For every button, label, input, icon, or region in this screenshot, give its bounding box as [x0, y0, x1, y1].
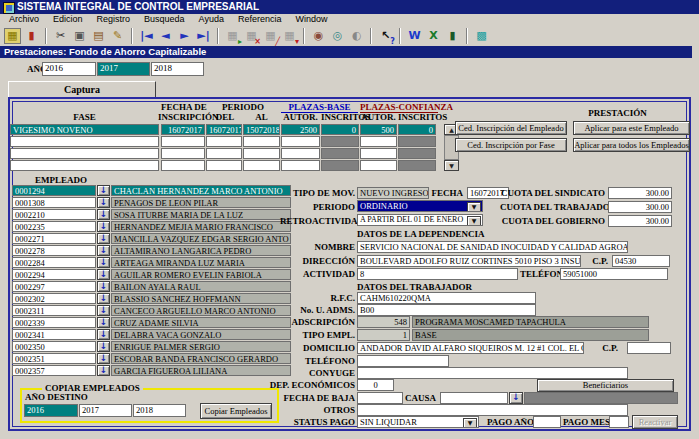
delete-record-icon[interactable]: ▦×: [243, 28, 260, 44]
employee-select-icon[interactable]: ↓: [97, 317, 110, 328]
periodo-combobox[interactable]: ORDINARIO ▼: [357, 200, 483, 212]
paste-icon[interactable]: ▤: [90, 28, 107, 44]
year-2018[interactable]: 2018: [151, 62, 204, 76]
employee-id-field[interactable]: 0002357: [12, 365, 96, 376]
fase-cell-del[interactable]: 16072017: [206, 124, 242, 135]
word-export-icon[interactable]: W: [406, 28, 423, 44]
nav-prev-icon[interactable]: ◄: [157, 28, 174, 44]
otros-field[interactable]: [357, 404, 628, 416]
ano-destino-2017[interactable]: 2017: [79, 404, 132, 417]
fase-cell-conf-autor[interactable]: [360, 148, 397, 159]
help-icon[interactable]: ↖?: [377, 28, 394, 44]
actividad-field[interactable]: 8: [357, 268, 518, 280]
employee-id-field[interactable]: 0002350: [12, 341, 96, 352]
direccion-field[interactable]: BOULEVARD ADOLFO RUIZ CORTINES 5010 PISO…: [357, 255, 581, 267]
domicilio-field[interactable]: ANDADOR DAVID ALFARO SIQUEIROS M. 12 #1 …: [357, 342, 584, 354]
cuota-gobierno-field[interactable]: 300.00: [608, 215, 672, 227]
employee-select-icon[interactable]: ↓: [97, 329, 110, 340]
employee-select-icon[interactable]: ↓: [97, 233, 110, 244]
conyuge-field[interactable]: [357, 367, 628, 379]
aplicar-este-empleado-button[interactable]: Aplicar para este Empleado: [573, 121, 690, 135]
fase-cell-fecha-inscripcion[interactable]: 16072017: [161, 124, 205, 135]
employee-select-icon[interactable]: ↓: [97, 221, 110, 232]
status-pago-combobox[interactable]: SIN LIQUIDAR ▼: [357, 416, 479, 428]
fase-cell-base-inscritos[interactable]: [321, 148, 359, 159]
fase-cell-conf-inscritos[interactable]: 0: [398, 124, 436, 135]
fase-cell-base-inscritos[interactable]: 0: [321, 124, 359, 135]
telefono-trabajador-field[interactable]: [357, 355, 449, 367]
employee-id-field[interactable]: 0002235: [12, 221, 96, 232]
employee-id-field[interactable]: 0002351: [12, 353, 96, 364]
adscripcion-code-field[interactable]: 548: [357, 316, 410, 328]
employee-select-icon[interactable]: ↓: [97, 197, 110, 208]
fase-cell-conf-autor[interactable]: [360, 160, 397, 171]
employee-select-icon[interactable]: ↓: [97, 365, 110, 376]
nav-first-icon[interactable]: |◄: [138, 28, 155, 44]
employee-select-icon[interactable]: ↓: [97, 269, 110, 280]
employee-select-icon[interactable]: ↓: [97, 209, 110, 220]
fase-cell-del[interactable]: [206, 148, 242, 159]
employee-select-icon[interactable]: ↓: [97, 305, 110, 316]
rfc-field[interactable]: CAHM610220QMA: [357, 292, 536, 304]
ano-destino-2016[interactable]: 2016: [24, 404, 78, 417]
causa-dropdown-icon[interactable]: ↓: [509, 392, 523, 404]
employee-select-icon[interactable]: ↓: [97, 353, 110, 364]
employee-select-icon[interactable]: ↓: [97, 245, 110, 256]
cp-dependencia-field[interactable]: 04530: [612, 255, 670, 267]
report-icon[interactable]: ▮: [444, 28, 461, 44]
menu-window[interactable]: Window: [289, 14, 335, 25]
nav-last-icon[interactable]: ►|: [195, 28, 212, 44]
fase-cell-base-autor[interactable]: 2500: [281, 124, 320, 135]
fase-cell-base-autor[interactable]: [281, 148, 320, 159]
nombre-field[interactable]: SERVICIO NACIONAL DE SANIDAD INOCUIDAD Y…: [357, 241, 628, 253]
fase-cell-base-autor[interactable]: [281, 160, 320, 171]
employee-id-field[interactable]: 0002210: [12, 209, 96, 220]
query-icon[interactable]: ◉: [310, 28, 327, 44]
fase-cell-fecha-inscripcion[interactable]: [161, 160, 205, 171]
ced-inscripcion-fase-button[interactable]: Ced. Inscripción por Fase: [455, 138, 567, 152]
fase-cell-al[interactable]: [243, 160, 280, 171]
employee-id-field[interactable]: 0002341: [12, 329, 96, 340]
menu-ayuda[interactable]: Ayuda: [192, 14, 231, 25]
pago-mes-field[interactable]: [609, 416, 629, 428]
fase-cell-al[interactable]: 15072018: [243, 124, 280, 135]
employee-id-field[interactable]: 0002311: [12, 305, 96, 316]
year-2017[interactable]: 2017: [97, 62, 150, 76]
fase-cell-al[interactable]: [243, 136, 280, 147]
fecha-baja-field[interactable]: [357, 392, 403, 404]
fase-cell-conf-inscritos[interactable]: [398, 136, 436, 147]
cuota-sindicato-field[interactable]: 300.00: [608, 187, 672, 199]
fase-cell-base-inscritos[interactable]: [321, 160, 359, 171]
employee-id-field[interactable]: 0001308: [12, 197, 96, 208]
fase-cell-conf-inscritos[interactable]: [398, 160, 436, 171]
menu-busqueda[interactable]: Busqueda: [137, 14, 192, 25]
filter-record-icon[interactable]: ▦▾: [281, 28, 298, 44]
ced-inscripcion-empleado-button[interactable]: Ced. Inscripción del Empleado: [455, 121, 567, 135]
employee-id-field[interactable]: 0002297: [12, 281, 96, 292]
menu-edicion[interactable]: Edicion: [46, 14, 90, 25]
globe-icon[interactable]: ◎: [329, 28, 346, 44]
app-grid-icon[interactable]: ▩: [473, 28, 490, 44]
employee-id-field[interactable]: 0002294: [12, 269, 96, 280]
cut-icon[interactable]: ✂: [52, 28, 69, 44]
fase-cell-fecha-inscripcion[interactable]: [161, 136, 205, 147]
cuota-trabajador-field[interactable]: 300.00: [608, 201, 672, 213]
year-2016[interactable]: 2016: [42, 62, 96, 76]
periodo-dropdown-icon[interactable]: ▼: [467, 202, 481, 212]
employee-id-field[interactable]: 0002278: [12, 245, 96, 256]
employee-id-field[interactable]: 0002302: [12, 293, 96, 304]
fase-cell-del[interactable]: [206, 136, 242, 147]
uadms-field[interactable]: B00: [357, 304, 536, 316]
edit-record-icon[interactable]: ▦╱: [262, 28, 279, 44]
fase-cell-fase[interactable]: VIGESIMO NOVENO: [10, 124, 159, 135]
employee-id-field[interactable]: 0002284: [12, 257, 96, 268]
dep-economicos-field[interactable]: 0: [357, 379, 394, 391]
fase-cell-base-inscritos[interactable]: [321, 136, 359, 147]
fase-cell-conf-inscritos[interactable]: [398, 148, 436, 159]
fase-cell-al[interactable]: [243, 148, 280, 159]
menu-registro[interactable]: Registro: [90, 14, 138, 25]
fase-cell-fase[interactable]: [10, 136, 159, 147]
employee-id-field[interactable]: 0002271: [12, 233, 96, 244]
employee-select-icon[interactable]: ↓: [97, 185, 110, 196]
tab-captura[interactable]: Captura: [8, 81, 156, 98]
